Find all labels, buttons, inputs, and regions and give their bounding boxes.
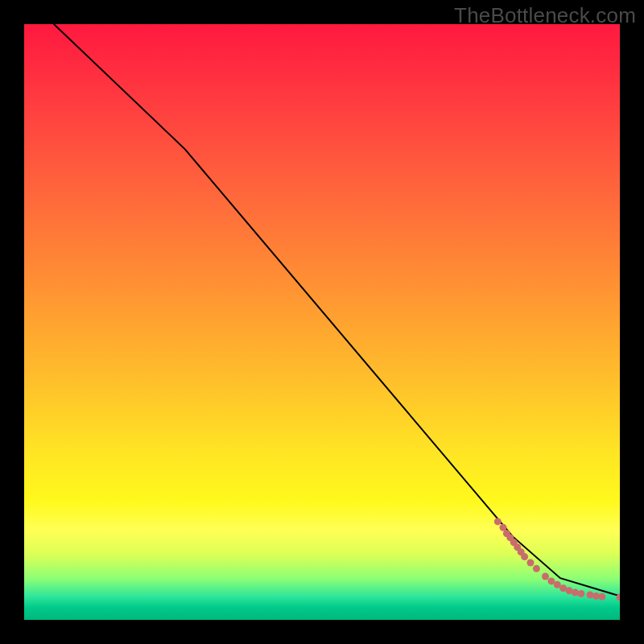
- watermark-text: TheBottleneck.com: [454, 3, 636, 28]
- scatter-point: [542, 572, 549, 580]
- scatter-point: [494, 518, 502, 525]
- chart-container: TheBottleneck.com: [0, 0, 644, 644]
- chart-overlay-svg: [24, 24, 620, 620]
- scatter-point: [533, 565, 540, 572]
- scatter-point: [572, 588, 579, 596]
- scatter-point: [521, 553, 528, 560]
- curve-path: [54, 24, 620, 596]
- scatter-point: [527, 559, 535, 566]
- scatter-point: [577, 590, 584, 597]
- scatter-point: [598, 593, 605, 601]
- curve-layer: [54, 24, 620, 596]
- plot-area: [24, 24, 620, 620]
- scatter-layer: [494, 518, 620, 601]
- scatter-point: [587, 591, 594, 598]
